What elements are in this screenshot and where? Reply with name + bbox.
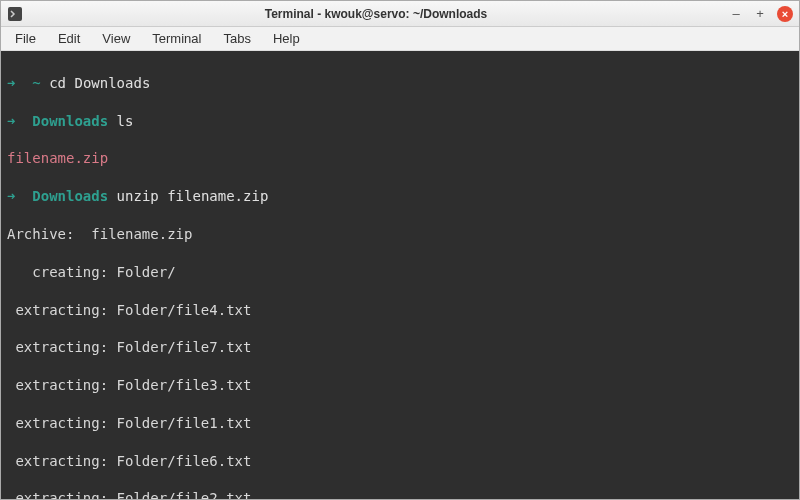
output-extracting: extracting: Folder/file2.txt <box>7 489 793 499</box>
minimize-button[interactable]: – <box>729 7 743 21</box>
window-controls: – + × <box>729 6 793 22</box>
menu-help[interactable]: Help <box>263 29 310 48</box>
menu-tabs[interactable]: Tabs <box>213 29 260 48</box>
menubar: File Edit View Terminal Tabs Help <box>1 27 799 51</box>
prompt-arrow-icon: ➜ <box>7 75 15 91</box>
cmd-ls: ls <box>117 113 134 129</box>
window-title: Terminal - kwouk@servo: ~/Downloads <box>29 7 723 21</box>
menu-file[interactable]: File <box>5 29 46 48</box>
output-extracting: extracting: Folder/file7.txt <box>7 338 793 357</box>
close-button[interactable]: × <box>777 6 793 22</box>
cmd-unzip: unzip filename.zip <box>117 188 269 204</box>
menu-view[interactable]: View <box>92 29 140 48</box>
terminal-app-icon <box>7 6 23 22</box>
output-creating: creating: Folder/ <box>7 263 793 282</box>
output-extracting: extracting: Folder/file1.txt <box>7 414 793 433</box>
prompt-arrow-icon: ➜ <box>7 188 15 204</box>
cmd-cd: cd Downloads <box>49 75 150 91</box>
output-archive: Archive: filename.zip <box>7 225 793 244</box>
prompt-dir: Downloads <box>32 113 108 129</box>
menu-edit[interactable]: Edit <box>48 29 90 48</box>
prompt-tilde: ~ <box>32 75 40 91</box>
terminal-window: Terminal - kwouk@servo: ~/Downloads – + … <box>0 0 800 500</box>
prompt-arrow-icon: ➜ <box>7 113 15 129</box>
output-extracting: extracting: Folder/file6.txt <box>7 452 793 471</box>
output-extracting: extracting: Folder/file3.txt <box>7 376 793 395</box>
titlebar[interactable]: Terminal - kwouk@servo: ~/Downloads – + … <box>1 1 799 27</box>
terminal-content[interactable]: ➜ ~ cd Downloads ➜ Downloads ls filename… <box>1 51 799 499</box>
maximize-button[interactable]: + <box>753 7 767 21</box>
menu-terminal[interactable]: Terminal <box>142 29 211 48</box>
output-filename: filename.zip <box>7 149 793 168</box>
prompt-dir: Downloads <box>32 188 108 204</box>
output-extracting: extracting: Folder/file4.txt <box>7 301 793 320</box>
